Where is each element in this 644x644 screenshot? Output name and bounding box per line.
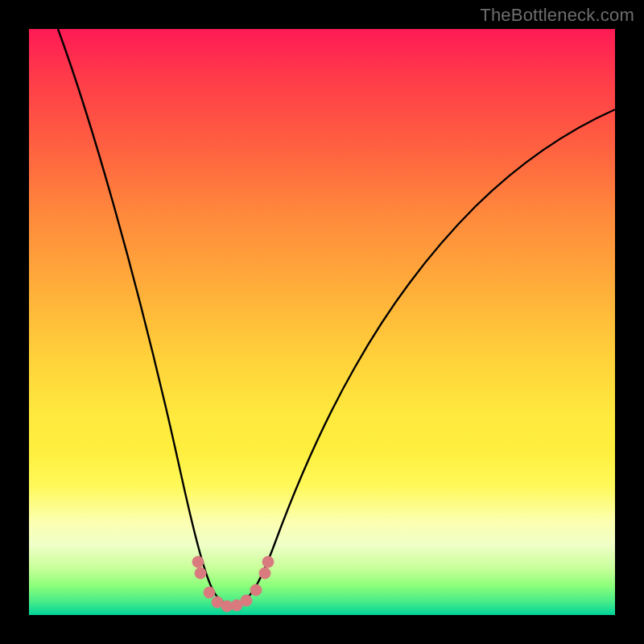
marker-group bbox=[192, 556, 274, 612]
marker-dot bbox=[262, 556, 274, 568]
plot-area bbox=[29, 29, 615, 615]
outer-frame: TheBottleneck.com bbox=[0, 0, 644, 644]
marker-dot bbox=[195, 568, 206, 579]
bottleneck-curve-path bbox=[58, 29, 615, 605]
marker-dot bbox=[204, 587, 215, 598]
marker-dot bbox=[250, 584, 262, 596]
marker-dot bbox=[241, 595, 252, 606]
bottleneck-chart bbox=[29, 29, 615, 615]
marker-dot bbox=[259, 568, 270, 579]
marker-dot bbox=[192, 556, 204, 568]
watermark-text: TheBottleneck.com bbox=[480, 5, 634, 26]
